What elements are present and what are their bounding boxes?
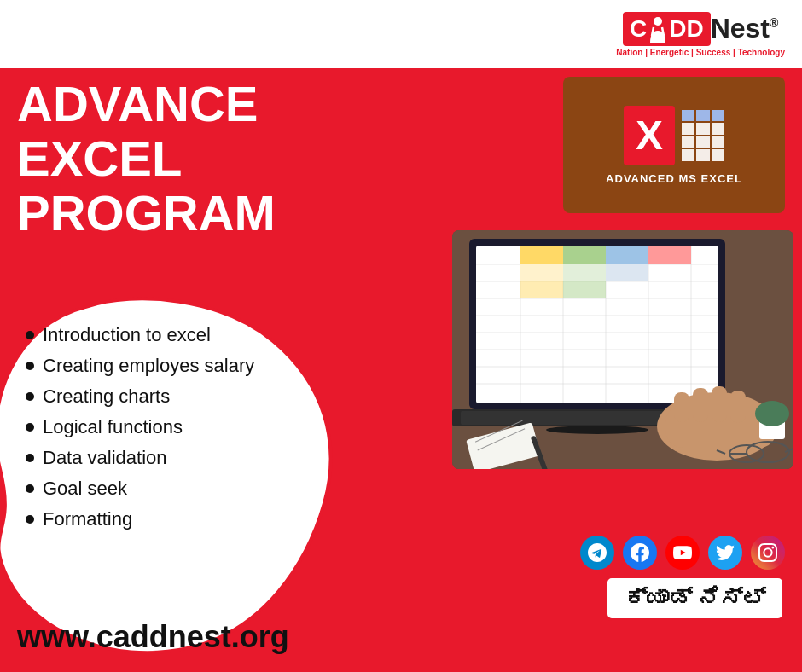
social-area [580,536,785,570]
svg-rect-26 [606,264,648,281]
logo-tagline: Nation | Energetic | Success | Technolog… [616,48,785,57]
excel-logo-area: X ADVANCED MS EXCEL [563,77,785,213]
excel-x-letter: X [624,106,675,165]
cadd-dd: DD [669,17,703,41]
instagram-icon[interactable] [751,536,785,570]
list-item-text: Logical functions [43,416,183,438]
list-item: Formatting [26,508,254,530]
excel-label: ADVANCED MS EXCEL [606,172,742,185]
bullet-dot [26,454,34,462]
list-item-text: Data validation [43,447,167,469]
facebook-icon[interactable] [623,536,657,570]
title-line1: ADVANCE EXCEL [17,77,392,186]
svg-rect-28 [563,281,606,298]
cadd-person-icon [648,15,667,43]
bullet-list: Introduction to excelCreating employes s… [26,324,254,539]
list-item: Introduction to excel [26,324,254,346]
svg-rect-22 [606,246,648,264]
svg-point-0 [654,17,662,26]
svg-rect-21 [563,246,606,264]
bullet-dot [26,484,34,493]
svg-rect-27 [520,281,563,298]
telegram-icon[interactable] [580,536,614,570]
main-title: ADVANCE EXCEL PROGRAM [17,77,392,240]
bullet-dot [26,331,34,339]
laptop-image-area [452,230,793,469]
list-item: Data validation [26,447,254,469]
website-url: www.caddnest.org [17,619,289,655]
list-item: Goal seek [26,478,254,500]
svg-rect-37 [730,391,746,423]
cadd-c: C [630,17,647,41]
list-item-text: Introduction to excel [43,324,211,346]
list-item: Creating charts [26,385,254,408]
bullet-dot [26,515,34,524]
top-bar: C DD Nest® Nation | Energetic | Success … [0,0,802,68]
youtube-icon[interactable] [665,536,700,570]
laptop-svg [452,230,793,469]
svg-rect-35 [693,388,708,422]
excel-grid [682,110,724,161]
list-item: Logical functions [26,416,254,438]
excel-icon: X [624,106,724,165]
svg-rect-34 [674,392,689,422]
svg-rect-24 [520,264,563,281]
list-item: Creating employes salary [26,355,254,377]
list-item-text: Creating employes salary [43,355,254,377]
bullet-dot [26,423,34,432]
svg-point-31 [546,426,648,434]
bullet-dot [26,392,34,401]
kannada-banner: ಕ್ಯಾಡ್ ನೆಸ್ಟ್ [605,576,785,621]
nest-text: Nest® [711,13,779,44]
list-item-text: Formatting [43,508,132,530]
svg-point-43 [755,401,789,426]
svg-rect-25 [563,264,606,281]
list-item-text: Creating charts [43,385,170,408]
bullet-dot [26,362,34,370]
svg-rect-20 [520,246,563,264]
twitter-icon[interactable] [708,536,742,570]
svg-rect-36 [712,386,727,422]
svg-rect-23 [648,246,691,264]
kannada-text: ಕ್ಯಾಡ್ ನೆಸ್ಟ್ [625,585,765,611]
list-item-text: Goal seek [43,478,127,500]
logo: C DD Nest® Nation | Energetic | Success … [616,12,785,57]
cadd-box: C DD [623,12,711,46]
title-line2: PROGRAM [17,186,392,240]
